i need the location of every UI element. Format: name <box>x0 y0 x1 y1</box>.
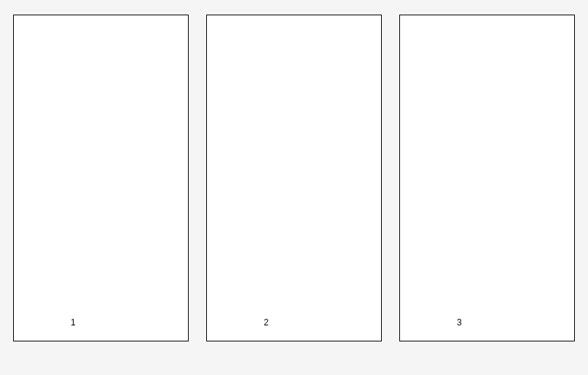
page-number: 1 <box>71 317 76 328</box>
page-container: 1 2 3 <box>0 0 588 356</box>
page-2: 2 <box>206 15 382 341</box>
page-number: 3 <box>457 317 462 328</box>
page-1: 1 <box>13 15 189 341</box>
page-3: 3 <box>399 15 575 341</box>
page-number: 2 <box>264 317 269 328</box>
